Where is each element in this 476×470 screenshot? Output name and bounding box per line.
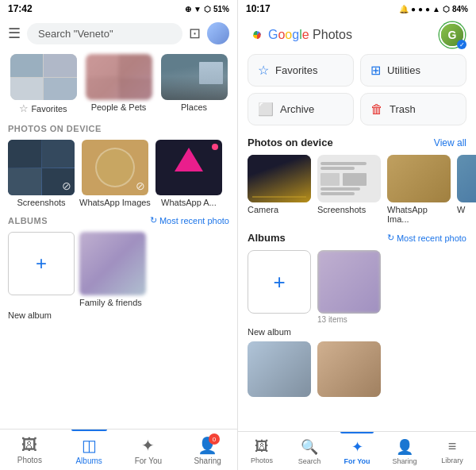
menu-icon[interactable]: ☰ (8, 25, 21, 42)
left-status-icons: ⊕ ▼ ⬡ 51% (185, 5, 229, 13)
album-family-friends-left[interactable]: Family & friends (79, 232, 146, 307)
screenshots-thumb: ⊘ (8, 140, 75, 195)
refresh-icon-left: ↻ (150, 215, 157, 225)
album-card-right[interactable]: 13 items (317, 250, 381, 324)
screenshots-thumb-right (317, 155, 381, 202)
device-screenshots-right[interactable]: Screenshots (317, 155, 381, 224)
refresh-icon-right: ↻ (387, 233, 394, 243)
google-photos-icon (249, 27, 265, 43)
right-search-label: Search (298, 457, 321, 465)
device-w-cut[interactable]: W (457, 155, 476, 224)
utilities-qa-label: Utilities (387, 64, 420, 76)
new-album-label-left: New album (8, 310, 52, 320)
right-library-label: Library (441, 457, 463, 464)
camera-thumb (248, 155, 311, 202)
right-nav-foryou[interactable]: ✦ For You (333, 432, 381, 470)
device-screenshots-left[interactable]: ⊘ Screenshots (8, 140, 75, 207)
foryou-nav-icon-left: ✦ (141, 436, 155, 455)
search-box[interactable]: Search "Veneto" (27, 23, 182, 44)
sharing-badge-left: 0 (209, 433, 220, 445)
places-label: Places (181, 102, 207, 112)
signal-icon: ▼ (194, 5, 202, 13)
cast-icon[interactable]: ⊡ (189, 25, 201, 42)
wa-no-preview-icon: ⊘ (136, 179, 145, 192)
title-o2: o (285, 28, 292, 41)
right-nav-photos[interactable]: 🖼 Photos (238, 432, 286, 470)
favorites-button-right[interactable]: ☆ Favorites (248, 54, 354, 87)
archive-qa-icon: ⬜ (258, 102, 274, 117)
ss-line3 (321, 187, 360, 191)
album-card-thumb (317, 250, 381, 314)
new-album-button-left[interactable]: + (8, 232, 75, 295)
device-wa-images-right[interactable]: WhatsApp Ima... (387, 155, 451, 224)
most-recent-link-left[interactable]: ↻ Most recent photo (150, 215, 229, 225)
photos-on-device-row-right: Photos on device View all (238, 132, 476, 152)
trash-button-right[interactable]: 🗑 Trash (360, 93, 466, 125)
right-status-bar: 10:17 🔔 ● ● ● ▲ ⬡ 84% (238, 0, 476, 17)
most-recent-link-right[interactable]: ↻ Most recent photo (387, 233, 466, 243)
albums-row-right: + 13 items (238, 247, 476, 327)
bottom-nav-left: 🖼 Photos ◫ Albums ✦ For You 👤 Sharing 0 (0, 429, 237, 470)
signal-right-icon: ▲ (432, 5, 440, 13)
favorites-qa-label: Favorites (275, 64, 317, 76)
foryou-nav-label-left: For You (135, 457, 162, 465)
favorites-label: ☆ Favorites (19, 102, 67, 114)
archive-button-right[interactable]: ⬜ Archive (248, 93, 354, 125)
wa-a-thumb (155, 140, 222, 195)
foryou-active-bar (340, 432, 374, 433)
battery-right: 84% (452, 5, 468, 13)
right-nav-library[interactable]: ≡ Library (428, 432, 476, 470)
right-nav-sharing[interactable]: 👤 Sharing (381, 432, 428, 470)
left-panel: 17:42 ⊕ ▼ ⬡ 51% ☰ Search "Veneto" ⊡ ☆ (0, 0, 238, 470)
bottom-nav-right: 🖼 Photos 🔍 Search ✦ For You 👤 Sharing ≡ … (238, 431, 476, 470)
people-pets-thumb (86, 54, 152, 100)
nav-photos-left[interactable]: 🖼 Photos (0, 430, 60, 470)
nav-foryou-left[interactable]: ✦ For You (119, 430, 178, 470)
dot2-icon: ● (418, 5, 423, 13)
left-search-bar: ☰ Search "Veneto" ⊡ (0, 17, 237, 49)
utilities-qa-icon: ⊞ (370, 63, 381, 78)
albums-active-bar (71, 430, 107, 431)
trash-qa-icon: 🗑 (370, 102, 383, 117)
albums-section-row-right: Albums ↻ Most recent photo (238, 227, 476, 247)
left-time: 17:42 (8, 3, 33, 14)
device-photos-left: ⊘ Screenshots ⊘ WhatsApp Images WhatsA (0, 137, 237, 210)
title-g: G (268, 28, 278, 41)
device-wa-images-left[interactable]: ⊘ WhatsApp Images (79, 140, 151, 207)
dot3-icon: ● (425, 5, 430, 13)
right-photos-label: Photos (251, 457, 273, 464)
category-people-pets[interactable]: People & Pets (83, 54, 154, 114)
avatar-verified-badge: ✓ (457, 40, 466, 49)
nav-sharing-left[interactable]: 👤 Sharing 0 (178, 430, 237, 470)
wifi-icon: ⬡ (204, 5, 211, 13)
for-you-card2[interactable] (317, 341, 381, 397)
battery-left: 51% (213, 5, 229, 13)
photos-on-device-title-right: Photos on device (248, 137, 333, 148)
right-time: 10:17 (246, 3, 271, 14)
albums-header-left: ALBUMS ↻ Most recent photo (0, 210, 237, 229)
utilities-button-right[interactable]: ⊞ Utilities (360, 54, 466, 87)
category-places[interactable]: Places (159, 54, 229, 114)
dot1-icon: ● (411, 5, 416, 13)
user-avatar-left[interactable] (207, 22, 229, 44)
photos-on-device-header-left: PHOTOS ON DEVICE (0, 119, 237, 137)
for-you-card1[interactable] (248, 341, 311, 397)
new-album-button-right[interactable]: + (248, 250, 311, 314)
category-favorites[interactable]: ☆ Favorites (8, 54, 79, 114)
camera-label: Camera (248, 205, 311, 214)
quick-actions-grid: ☆ Favorites ⊞ Utilities ⬜ Archive 🗑 Tras… (238, 54, 476, 132)
view-all-link[interactable]: View all (434, 137, 466, 148)
device-wa-a-left[interactable]: WhatsApp A... (155, 140, 222, 207)
wa-images-thumb: ⊘ (82, 140, 148, 195)
sim-icon: ⊕ (185, 5, 191, 13)
nav-albums-left[interactable]: ◫ Albums (60, 430, 119, 470)
ss-line1 (321, 162, 367, 165)
google-photos-title: Google Photos (268, 28, 352, 42)
avatar-container-right: G ✓ (440, 22, 465, 48)
right-sharing-icon: 👤 (396, 438, 413, 456)
google-photos-logo: Google Photos (249, 27, 352, 43)
right-nav-search[interactable]: 🔍 Search (286, 432, 333, 470)
device-camera[interactable]: Camera (248, 155, 311, 224)
albums-section-label-left: ALBUMS (8, 216, 48, 225)
ss-line4 (321, 192, 355, 195)
